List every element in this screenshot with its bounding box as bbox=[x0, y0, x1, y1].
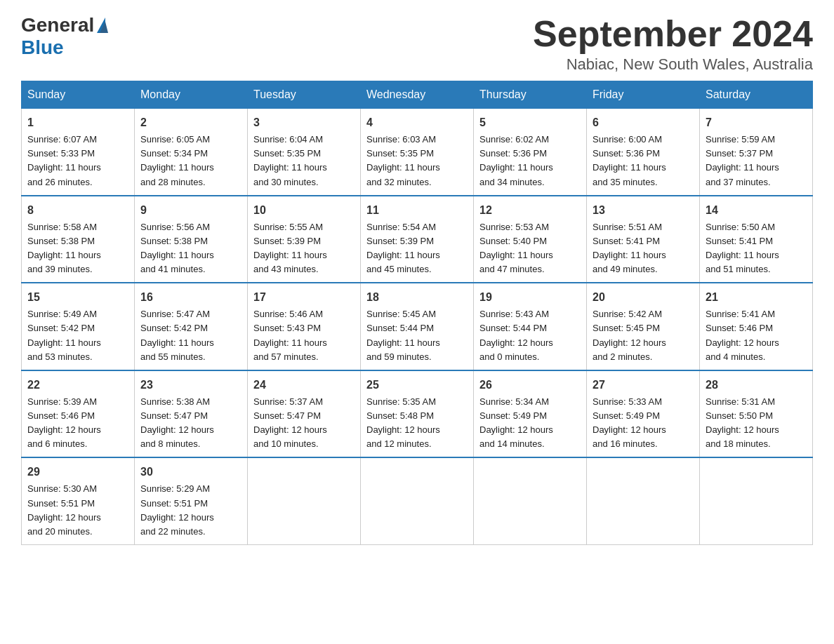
day-info: Sunrise: 5:58 AMSunset: 5:38 PMDaylight:… bbox=[27, 220, 128, 277]
calendar-day-cell bbox=[474, 457, 587, 544]
location-subtitle: Nabiac, New South Wales, Australia bbox=[533, 55, 813, 74]
weekday-header-wednesday: Wednesday bbox=[361, 81, 474, 109]
calendar-day-cell: 16Sunrise: 5:47 AMSunset: 5:42 PMDayligh… bbox=[135, 283, 248, 370]
daylight-text: Daylight: 12 hours bbox=[706, 424, 779, 435]
day-info: Sunrise: 5:45 AMSunset: 5:44 PMDaylight:… bbox=[366, 307, 468, 364]
day-number: 14 bbox=[706, 202, 807, 219]
day-info: Sunrise: 5:38 AMSunset: 5:47 PMDaylight:… bbox=[140, 395, 241, 452]
sunrise-text: Sunrise: 5:29 AM bbox=[140, 483, 210, 494]
sunrise-text: Sunrise: 5:31 AM bbox=[706, 396, 775, 407]
day-number: 15 bbox=[27, 289, 128, 306]
title-area: September 2024 Nabiac, New South Wales, … bbox=[533, 14, 813, 74]
daylight-text: Daylight: 12 hours bbox=[479, 337, 553, 348]
day-info: Sunrise: 5:43 AMSunset: 5:44 PMDaylight:… bbox=[479, 307, 581, 364]
daylight-minutes-text: and 6 minutes. bbox=[27, 438, 87, 449]
day-info: Sunrise: 6:05 AMSunset: 5:34 PMDaylight:… bbox=[140, 133, 241, 189]
weekday-header-monday: Monday bbox=[135, 81, 248, 109]
sunset-text: Sunset: 5:35 PM bbox=[366, 148, 434, 159]
sunset-text: Sunset: 5:40 PM bbox=[479, 236, 547, 246]
sunset-text: Sunset: 5:38 PM bbox=[27, 236, 95, 246]
daylight-minutes-text: and 16 minutes. bbox=[593, 438, 658, 449]
sunrise-text: Sunrise: 6:07 AM bbox=[27, 134, 97, 145]
day-number: 23 bbox=[140, 377, 241, 394]
daylight-minutes-text: and 51 minutes. bbox=[706, 264, 771, 274]
sunset-text: Sunset: 5:36 PM bbox=[593, 148, 660, 159]
daylight-minutes-text: and 4 minutes. bbox=[706, 351, 765, 362]
day-number: 9 bbox=[140, 202, 241, 219]
daylight-minutes-text: and 26 minutes. bbox=[27, 177, 93, 187]
day-number: 11 bbox=[366, 202, 468, 219]
day-number: 22 bbox=[27, 377, 128, 394]
sunset-text: Sunset: 5:47 PM bbox=[140, 410, 208, 421]
daylight-text: Daylight: 11 hours bbox=[253, 337, 327, 348]
daylight-minutes-text: and 37 minutes. bbox=[706, 177, 771, 187]
calendar-day-cell: 30Sunrise: 5:29 AMSunset: 5:51 PMDayligh… bbox=[135, 457, 248, 544]
calendar-day-cell: 11Sunrise: 5:54 AMSunset: 5:39 PMDayligh… bbox=[361, 196, 474, 283]
calendar-week-row: 22Sunrise: 5:39 AMSunset: 5:46 PMDayligh… bbox=[22, 370, 813, 458]
sunset-text: Sunset: 5:38 PM bbox=[140, 236, 208, 246]
calendar-week-row: 8Sunrise: 5:58 AMSunset: 5:38 PMDaylight… bbox=[22, 196, 813, 283]
daylight-text: Daylight: 12 hours bbox=[366, 424, 440, 435]
day-info: Sunrise: 5:56 AMSunset: 5:38 PMDaylight:… bbox=[140, 220, 241, 277]
sunrise-text: Sunrise: 5:51 AM bbox=[593, 222, 662, 232]
daylight-minutes-text: and 49 minutes. bbox=[593, 264, 658, 274]
daylight-minutes-text: and 8 minutes. bbox=[140, 438, 200, 449]
daylight-minutes-text: and 2 minutes. bbox=[593, 351, 652, 362]
day-number: 27 bbox=[593, 377, 694, 394]
calendar-day-cell: 26Sunrise: 5:34 AMSunset: 5:49 PMDayligh… bbox=[474, 370, 587, 458]
day-info: Sunrise: 5:30 AMSunset: 5:51 PMDaylight:… bbox=[27, 482, 128, 539]
day-number: 30 bbox=[140, 464, 241, 481]
sunset-text: Sunset: 5:42 PM bbox=[140, 323, 208, 333]
day-info: Sunrise: 5:29 AMSunset: 5:51 PMDaylight:… bbox=[140, 482, 241, 539]
sunrise-text: Sunrise: 5:37 AM bbox=[253, 396, 323, 407]
sunset-text: Sunset: 5:41 PM bbox=[706, 236, 773, 246]
day-number: 4 bbox=[366, 114, 468, 131]
daylight-minutes-text: and 22 minutes. bbox=[140, 526, 206, 537]
sunset-text: Sunset: 5:47 PM bbox=[253, 410, 321, 421]
sunrise-text: Sunrise: 5:54 AM bbox=[366, 222, 436, 232]
calendar-day-cell bbox=[248, 457, 361, 544]
calendar-table: SundayMondayTuesdayWednesdayThursdayFrid… bbox=[21, 81, 813, 545]
day-number: 1 bbox=[27, 114, 128, 131]
sunset-text: Sunset: 5:49 PM bbox=[593, 410, 660, 421]
calendar-day-cell: 13Sunrise: 5:51 AMSunset: 5:41 PMDayligh… bbox=[587, 196, 700, 283]
day-info: Sunrise: 5:34 AMSunset: 5:49 PMDaylight:… bbox=[479, 395, 581, 452]
day-number: 25 bbox=[366, 377, 468, 394]
daylight-text: Daylight: 11 hours bbox=[706, 162, 779, 173]
sunset-text: Sunset: 5:50 PM bbox=[706, 410, 773, 421]
daylight-minutes-text: and 32 minutes. bbox=[366, 177, 432, 187]
sunrise-text: Sunrise: 5:42 AM bbox=[593, 309, 662, 319]
daylight-text: Daylight: 12 hours bbox=[27, 424, 101, 435]
daylight-minutes-text: and 20 minutes. bbox=[27, 526, 93, 537]
day-info: Sunrise: 5:53 AMSunset: 5:40 PMDaylight:… bbox=[479, 220, 581, 277]
weekday-header-tuesday: Tuesday bbox=[248, 81, 361, 109]
weekday-header-row: SundayMondayTuesdayWednesdayThursdayFrid… bbox=[22, 81, 813, 109]
sunrise-text: Sunrise: 5:39 AM bbox=[27, 396, 97, 407]
daylight-minutes-text: and 55 minutes. bbox=[140, 351, 206, 362]
sunset-text: Sunset: 5:37 PM bbox=[706, 148, 773, 159]
day-info: Sunrise: 5:39 AMSunset: 5:46 PMDaylight:… bbox=[27, 395, 128, 452]
calendar-week-row: 1Sunrise: 6:07 AMSunset: 5:33 PMDaylight… bbox=[22, 109, 813, 196]
calendar-day-cell: 23Sunrise: 5:38 AMSunset: 5:47 PMDayligh… bbox=[135, 370, 248, 458]
daylight-text: Daylight: 11 hours bbox=[27, 162, 101, 173]
sunrise-text: Sunrise: 5:41 AM bbox=[706, 309, 775, 319]
calendar-day-cell: 19Sunrise: 5:43 AMSunset: 5:44 PMDayligh… bbox=[474, 283, 587, 370]
day-number: 17 bbox=[253, 289, 355, 306]
sunset-text: Sunset: 5:41 PM bbox=[593, 236, 660, 246]
daylight-text: Daylight: 12 hours bbox=[706, 337, 779, 348]
sunrise-text: Sunrise: 5:34 AM bbox=[479, 396, 549, 407]
daylight-text: Daylight: 12 hours bbox=[479, 424, 553, 435]
daylight-text: Daylight: 11 hours bbox=[253, 162, 327, 173]
sunset-text: Sunset: 5:33 PM bbox=[27, 148, 95, 159]
calendar-day-cell: 1Sunrise: 6:07 AMSunset: 5:33 PMDaylight… bbox=[22, 109, 135, 196]
sunrise-text: Sunrise: 5:53 AM bbox=[479, 222, 549, 232]
daylight-text: Daylight: 12 hours bbox=[140, 512, 214, 523]
calendar-day-cell: 8Sunrise: 5:58 AMSunset: 5:38 PMDaylight… bbox=[22, 196, 135, 283]
calendar-day-cell: 17Sunrise: 5:46 AMSunset: 5:43 PMDayligh… bbox=[248, 283, 361, 370]
day-info: Sunrise: 6:04 AMSunset: 5:35 PMDaylight:… bbox=[253, 133, 355, 189]
daylight-minutes-text: and 35 minutes. bbox=[593, 177, 658, 187]
sunset-text: Sunset: 5:51 PM bbox=[27, 498, 95, 509]
calendar-day-cell: 3Sunrise: 6:04 AMSunset: 5:35 PMDaylight… bbox=[248, 109, 361, 196]
calendar-day-cell: 9Sunrise: 5:56 AMSunset: 5:38 PMDaylight… bbox=[135, 196, 248, 283]
daylight-minutes-text: and 28 minutes. bbox=[140, 177, 206, 187]
